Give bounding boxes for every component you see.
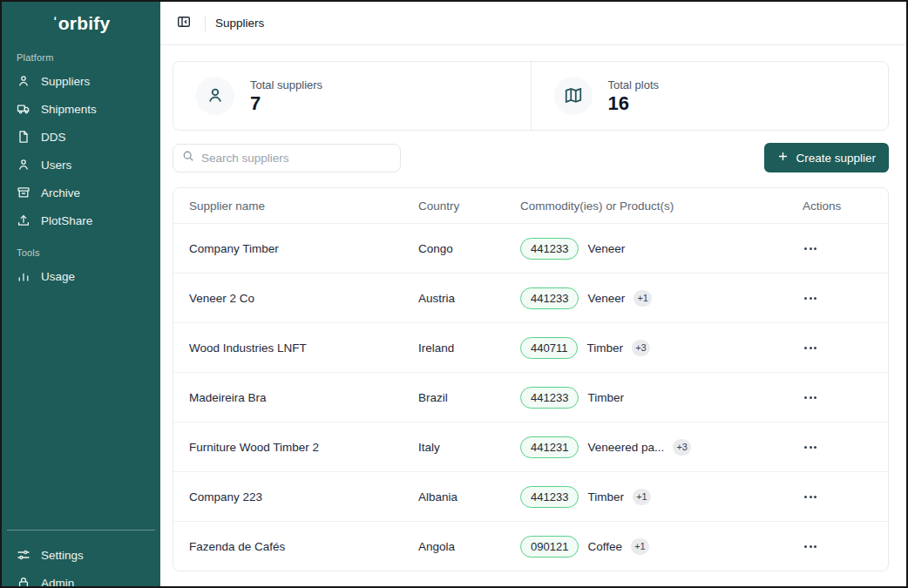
sidebar-collapse-button[interactable] bbox=[173, 12, 195, 35]
sidebar-bottom: SettingsAdmin bbox=[2, 530, 160, 586]
table-row[interactable]: Furniture Wood Timber 2 Italy 441231 Ven… bbox=[173, 422, 888, 471]
table-row[interactable]: Company Timber Congo 441233 Veneer bbox=[173, 223, 888, 273]
extra-count-badge: +1 bbox=[631, 538, 649, 555]
orbify-logo: ˈorbify bbox=[2, 2, 160, 39]
sidebar-item-usage[interactable]: Usage bbox=[2, 262, 160, 290]
table-row[interactable]: Company 223 Albania 441233 Timber +1 bbox=[173, 471, 888, 521]
extra-count-badge: +1 bbox=[633, 489, 651, 505]
supplier-name-cell: Veneer 2 Co bbox=[189, 292, 418, 305]
supplier-name-cell: Madeireira Bra bbox=[189, 391, 418, 404]
topbar: Suppliers bbox=[160, 2, 906, 45]
country-cell: Albania bbox=[418, 490, 520, 504]
sidebar-item-users[interactable]: Users bbox=[2, 151, 160, 179]
row-more-options-button[interactable] bbox=[803, 490, 818, 504]
more-options-icon bbox=[804, 446, 817, 449]
row-more-options-button[interactable] bbox=[803, 242, 818, 255]
sliders-icon bbox=[17, 548, 30, 562]
actions-cell bbox=[792, 341, 888, 355]
sidebar-item-label: Usage bbox=[41, 270, 75, 283]
actions-cell bbox=[792, 540, 888, 553]
commodity-cell: 441233 Timber +1 bbox=[520, 486, 792, 508]
column-header-commodity: Commodity(ies) or Product(s) bbox=[520, 199, 792, 213]
product-label: Veneer bbox=[587, 292, 625, 305]
sidebar-item-label: Archive bbox=[41, 186, 80, 199]
supplier-name-cell: Company 223 bbox=[189, 490, 418, 504]
person-icon bbox=[17, 158, 30, 172]
stat-total-suppliers: Total suppliers 7 bbox=[173, 62, 531, 130]
row-more-options-button[interactable] bbox=[803, 292, 818, 305]
product-label: Timber bbox=[587, 490, 624, 504]
actions-cell bbox=[792, 292, 888, 305]
lock-icon bbox=[17, 576, 30, 586]
product-label: Timber bbox=[586, 341, 623, 355]
sidebar-item-archive[interactable]: Archive bbox=[2, 179, 160, 206]
main-area: Suppliers Total suppliers 7 bbox=[160, 2, 906, 586]
commodity-code-badge: 441231 bbox=[520, 436, 579, 458]
extra-count-badge: +1 bbox=[634, 290, 652, 307]
more-options-icon bbox=[804, 297, 817, 300]
page-title: Suppliers bbox=[215, 17, 264, 30]
country-cell: Italy bbox=[418, 441, 520, 454]
more-options-icon bbox=[804, 496, 817, 498]
stat-value: 7 bbox=[250, 93, 322, 113]
toolbar: Create supplier bbox=[173, 143, 889, 172]
supplier-name-cell: Fazenda de Cafés bbox=[189, 540, 418, 553]
product-label: Coffee bbox=[587, 540, 622, 553]
commodity-cell: 441231 Veneered pa... +3 bbox=[520, 436, 792, 458]
sidebar-item-suppliers[interactable]: Suppliers bbox=[2, 67, 160, 95]
table-row[interactable]: Wood Industries LNFT Ireland 440711 Timb… bbox=[173, 322, 888, 372]
supplier-name-cell: Wood Industries LNFT bbox=[189, 341, 418, 355]
document-icon bbox=[17, 130, 30, 144]
search-box bbox=[173, 144, 401, 172]
product-label: Veneer bbox=[587, 242, 625, 255]
commodity-code-badge: 441233 bbox=[520, 387, 579, 409]
stat-total-plots: Total plots 16 bbox=[531, 62, 889, 130]
panel-collapse-icon bbox=[177, 15, 191, 31]
actions-cell bbox=[792, 490, 888, 504]
commodity-code-badge: 090121 bbox=[520, 536, 579, 558]
map-icon bbox=[554, 77, 593, 115]
sidebar-item-shipments[interactable]: Shipments bbox=[2, 95, 160, 123]
sidebar-section-label: Tools bbox=[2, 234, 160, 262]
sidebar-item-settings[interactable]: Settings bbox=[2, 541, 160, 569]
stats-card: Total suppliers 7 Total plots 16 bbox=[173, 61, 889, 131]
country-cell: Congo bbox=[418, 242, 520, 255]
commodity-cell: 441233 Veneer bbox=[520, 238, 792, 260]
bar-chart-icon bbox=[17, 269, 30, 283]
sidebar-item-plotshare[interactable]: PlotShare bbox=[2, 206, 160, 234]
sidebar-item-label: Users bbox=[41, 159, 71, 172]
row-more-options-button[interactable] bbox=[803, 540, 818, 553]
row-more-options-button[interactable] bbox=[803, 441, 818, 454]
archive-icon bbox=[17, 186, 30, 199]
sidebar-item-label: Admin bbox=[41, 577, 74, 587]
create-supplier-button[interactable]: Create supplier bbox=[764, 143, 889, 172]
actions-cell bbox=[792, 391, 888, 404]
sidebar-item-label: Shipments bbox=[41, 103, 97, 116]
stat-label: Total plots bbox=[608, 78, 660, 91]
table-row[interactable]: Madeireira Bra Brazil 441233 Timber bbox=[173, 372, 888, 422]
extra-count-badge: +3 bbox=[632, 340, 650, 356]
sidebar-item-label: DDS bbox=[41, 131, 66, 144]
country-cell: Angola bbox=[418, 540, 520, 553]
person-icon bbox=[196, 77, 234, 115]
row-more-options-button[interactable] bbox=[803, 391, 818, 404]
commodity-cell: 441233 Timber bbox=[520, 387, 792, 409]
more-options-icon bbox=[804, 347, 817, 349]
sidebar-item-admin[interactable]: Admin bbox=[2, 569, 160, 586]
more-options-icon bbox=[804, 247, 817, 250]
topbar-divider bbox=[205, 16, 206, 31]
plus-icon bbox=[777, 151, 789, 165]
commodity-code-badge: 441233 bbox=[520, 238, 579, 260]
search-input[interactable] bbox=[201, 152, 391, 165]
table-row[interactable]: Fazenda de Cafés Angola 090121 Coffee +1 bbox=[173, 521, 888, 571]
more-options-icon bbox=[804, 545, 817, 548]
commodity-cell: 090121 Coffee +1 bbox=[520, 536, 792, 558]
stat-label: Total suppliers bbox=[250, 78, 322, 91]
table-row[interactable]: Veneer 2 Co Austria 441233 Veneer +1 bbox=[173, 273, 888, 322]
column-header-country: Country bbox=[418, 199, 520, 213]
sidebar-item-dds[interactable]: DDS bbox=[2, 123, 160, 151]
actions-cell bbox=[792, 441, 888, 454]
app-window: ˈorbify PlatformSuppliersShipmentsDDSUse… bbox=[0, 0, 908, 588]
row-more-options-button[interactable] bbox=[803, 341, 818, 355]
sidebar-divider bbox=[7, 530, 155, 531]
